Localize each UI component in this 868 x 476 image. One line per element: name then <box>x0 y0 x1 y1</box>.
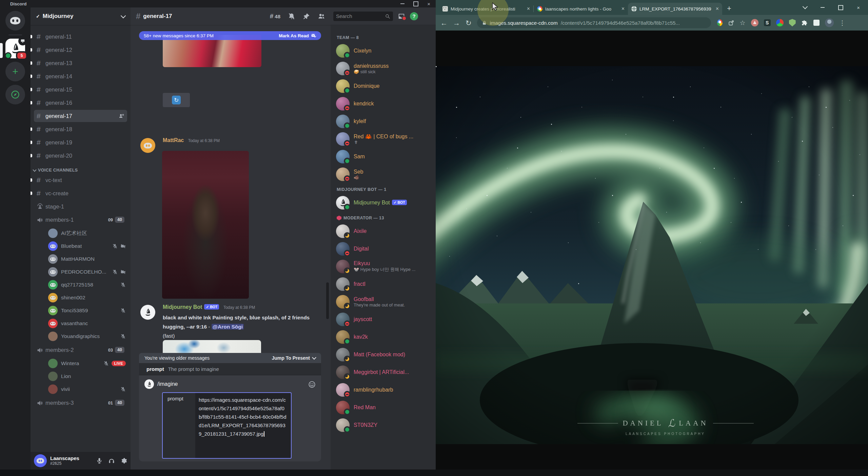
voice-member[interactable]: vivii <box>31 383 131 396</box>
threads-button[interactable]: #48 <box>270 13 280 20</box>
prompt-option-field[interactable]: prompt https://images.squarespace-cdn.co… <box>162 392 292 459</box>
sidebar-voice-channel[interactable]: members-2 03 40 <box>34 344 127 356</box>
back-button[interactable]: ← <box>440 19 448 26</box>
add-server-button[interactable]: + <box>5 62 25 81</box>
voice-member[interactable]: Bluebeat <box>31 240 131 253</box>
browser-menu-icon[interactable]: ⋮ <box>839 19 846 27</box>
member-row[interactable]: ST0N3ZY <box>336 416 434 434</box>
voice-member[interactable]: PEDROCOELHO... <box>31 265 131 278</box>
close-button[interactable]: × <box>857 5 860 10</box>
member-row[interactable]: jayscott <box>336 311 434 328</box>
voice-member[interactable]: vasanthanc <box>31 317 131 330</box>
mic-icon[interactable] <box>96 457 103 464</box>
member-row[interactable]: ramblingrhubarb <box>336 381 434 399</box>
settings-gear-icon[interactable] <box>120 457 127 464</box>
member-row[interactable]: Red 🦀 | CEO of bugs ... 🗡 <box>336 130 434 148</box>
member-row[interactable]: Goofball They're made out of meat. <box>336 293 434 311</box>
channel-list[interactable]: # general-11 # general-12 # general-13 #… <box>31 25 131 452</box>
mark-as-read-button[interactable]: Mark As Read <box>279 33 316 38</box>
member-row[interactable]: Aixile <box>336 222 434 240</box>
notifications-muted-icon[interactable] <box>288 13 295 20</box>
member-row[interactable]: Red Man <box>336 399 434 416</box>
sidebar-voice-channel[interactable]: # vc-text <box>34 174 127 186</box>
member-row[interactable]: Seb 🐗 <box>336 165 434 183</box>
member-list[interactable]: TEAM — 8 Cixelyn danielrussruss 🥪 still … <box>331 25 436 470</box>
extension-icon-shield[interactable] <box>789 19 796 26</box>
member-row[interactable]: Digital <box>336 240 434 258</box>
extension-icon-rgb[interactable] <box>776 19 784 26</box>
member-row[interactable]: danielrussruss 🥪 still sick <box>336 60 434 77</box>
voice-member[interactable]: Wintera LIVE <box>31 357 131 370</box>
extensions-puzzle-icon[interactable] <box>801 19 808 26</box>
sidebar-channel[interactable]: # general-12 <box>34 44 127 56</box>
slash-command-hint[interactable]: prompt The prompt to imagine <box>139 363 321 375</box>
window-menu-chevron-icon[interactable] <box>803 4 808 9</box>
sidebar-channel[interactable]: # general-14 <box>34 70 127 82</box>
member-row[interactable]: kylelf <box>336 113 434 130</box>
sidebar-channel[interactable]: # general-19 <box>34 136 127 148</box>
sidebar-channel[interactable]: # general-16 <box>34 97 127 109</box>
profile-avatar[interactable] <box>825 18 834 27</box>
sidebar-voice-channel[interactable]: # vc-create <box>34 187 127 199</box>
user-avatar[interactable] <box>34 454 47 467</box>
search-input[interactable]: Search <box>333 12 393 21</box>
reroll-button[interactable]: ↻ <box>163 93 190 107</box>
sidebar-channel[interactable]: # general-11 <box>34 31 127 43</box>
browser-tab[interactable]: laanscapes northern lights - Goo × <box>534 3 628 15</box>
pinned-messages-icon[interactable] <box>303 13 310 20</box>
member-row[interactable]: Dominique <box>336 77 434 95</box>
member-row[interactable]: Midjourney Bot✓ BOT <box>336 194 434 212</box>
voice-category-header[interactable]: VOICE CHANNELS <box>33 168 128 173</box>
forward-button[interactable]: → <box>453 19 460 26</box>
chat-scrollbar[interactable] <box>326 282 329 319</box>
inbox-button[interactable] <box>398 13 405 20</box>
extension-icon-red[interactable] <box>751 19 758 26</box>
sidebar-voice-channel[interactable]: members-1 09 40 <box>34 214 127 226</box>
sidebar-voice-channel[interactable]: stage-1 <box>34 200 127 213</box>
voice-member[interactable]: Youandigraphics <box>31 330 131 343</box>
browser-tab[interactable]: LRM_EXPORT_176436787956939 × <box>628 3 722 15</box>
member-row[interactable]: kav2k <box>336 328 434 346</box>
tab-close-icon[interactable]: × <box>716 6 719 12</box>
headphones-icon[interactable] <box>108 457 115 464</box>
reload-button[interactable]: ↻ <box>466 19 472 26</box>
new-messages-bar[interactable]: 58+ new messages since 6:37 PM Mark As R… <box>139 31 321 40</box>
sidebar-channel[interactable]: # general-18 <box>34 123 127 135</box>
bookmark-star-icon[interactable]: ☆ <box>740 19 746 27</box>
prompt-field-value[interactable]: https://images.squarespace-cdn.com/conte… <box>195 393 291 458</box>
voice-member[interactable]: shinen002 <box>31 291 131 304</box>
member-row[interactable]: kendrick <box>336 95 434 113</box>
address-bar[interactable]: images.squarespace-cdn.com/content/v1/5c… <box>477 17 711 28</box>
tab-close-icon[interactable]: × <box>622 6 625 12</box>
user-mention[interactable]: @Aron Sōgi <box>212 324 244 330</box>
explore-servers-button[interactable] <box>5 85 25 104</box>
midjourney-result-thumbnail[interactable] <box>163 340 261 353</box>
extension-icon-s[interactable]: S <box>764 19 771 26</box>
voice-member[interactable]: MattHARMON <box>31 253 131 265</box>
avatar-midjourney-bot[interactable] <box>140 305 155 320</box>
member-row[interactable]: Meggirbot | ARTificial... <box>336 363 434 381</box>
help-button[interactable]: ? <box>410 12 418 20</box>
tab-close-icon[interactable]: × <box>527 6 530 12</box>
maximize-button[interactable] <box>838 5 843 10</box>
member-row[interactable]: Cixelyn <box>336 42 434 60</box>
maximize-button[interactable] <box>413 1 418 6</box>
voice-member[interactable]: Tonci53859 <box>31 304 131 317</box>
emoji-picker-icon[interactable] <box>308 380 316 388</box>
voice-member[interactable]: Lion <box>31 370 131 383</box>
server-header[interactable]: ✓ Midjourney <box>31 7 131 25</box>
home-button[interactable] <box>5 11 25 31</box>
server-icon-midjourney[interactable]: 5 <box>5 39 25 58</box>
sidebar-channel[interactable]: # general-20 <box>34 150 127 162</box>
close-button[interactable]: × <box>427 1 430 6</box>
sidebar-channel[interactable]: # general-17 <box>34 110 127 122</box>
avatar-mattrac[interactable] <box>140 138 155 153</box>
voice-member[interactable]: AI艺术社区 <box>31 227 131 240</box>
sidebar-channel[interactable]: # general-13 <box>34 57 127 69</box>
share-icon[interactable] <box>728 20 734 26</box>
aurora-image[interactable]: DANIEL ℒ LAAN LAANSCAPES PHOTOGRAPHY <box>436 66 868 444</box>
jump-to-present-button[interactable]: Jump To Present <box>272 355 316 361</box>
minimize-button[interactable] <box>400 3 405 4</box>
message-photo-attachment[interactable] <box>162 151 249 299</box>
extension-icon-square[interactable] <box>813 20 820 26</box>
